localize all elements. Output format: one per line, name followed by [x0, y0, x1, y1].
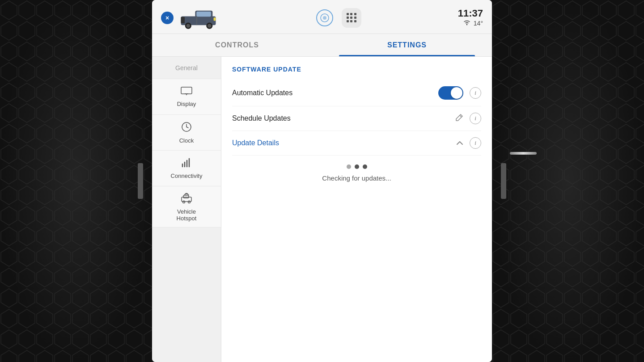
grid-dot: [354, 17, 356, 19]
schedule-updates-label: Schedule Updates: [232, 114, 455, 122]
header-left: ×: [161, 5, 218, 30]
svg-point-11: [208, 24, 212, 28]
loading-dot-3: [363, 164, 367, 169]
connectivity-icon: [181, 158, 192, 170]
grid-dot: [350, 17, 352, 19]
svg-rect-1: [0, 0, 152, 362]
temperature-display: 14°: [474, 20, 483, 27]
apps-grid: [347, 13, 356, 23]
update-details-row: Update Details i: [232, 131, 481, 156]
grid-dot: [347, 17, 349, 19]
grid-dot: [354, 20, 356, 22]
svg-rect-13: [181, 17, 185, 23]
wifi-icon: [463, 19, 471, 27]
alexa-button[interactable]: [315, 8, 335, 28]
svg-point-9: [186, 24, 190, 28]
grid-dot: [347, 20, 349, 22]
svg-rect-4: [492, 0, 644, 362]
svg-line-22: [186, 127, 188, 128]
tab-bar: CONTROLS SETTINGS: [152, 34, 492, 57]
automatic-updates-row: Automatic Updates i: [232, 80, 481, 106]
schedule-updates-row: Schedule Updates i: [232, 106, 481, 131]
grille-right: [492, 0, 644, 362]
settings-panel: SOFTWARE UPDATE Automatic Updates i Sche…: [221, 57, 492, 362]
sidebar-item-vehicle-hotspot[interactable]: Vehicle Hotspot: [152, 186, 221, 227]
update-details-label: Update Details: [232, 139, 456, 147]
grid-dot: [350, 13, 352, 15]
sidebar-item-connectivity[interactable]: Connectivity: [152, 151, 221, 186]
automatic-updates-controls: i: [438, 86, 481, 100]
svg-point-16: [323, 16, 326, 20]
apps-button[interactable]: [342, 8, 361, 28]
main-content: General Display: [152, 57, 492, 362]
grid-dot: [350, 20, 352, 22]
display-icon: [181, 87, 192, 98]
clock-icon: [181, 122, 192, 135]
close-icon: ×: [165, 14, 169, 21]
loading-dots: [232, 164, 481, 169]
sidebar: General Display: [152, 57, 221, 362]
automatic-updates-label: Automatic Updates: [232, 89, 438, 97]
sidebar-item-display[interactable]: Display: [152, 79, 221, 115]
display-label: Display: [177, 101, 196, 107]
checking-text: Checking for updates...: [232, 174, 481, 182]
screen: ×: [152, 0, 492, 362]
svg-rect-7: [196, 11, 211, 16]
header: ×: [152, 0, 492, 34]
tab-settings[interactable]: SETTINGS: [322, 34, 492, 56]
grille-left: [0, 0, 152, 362]
vehicle-hotspot-label: Vehicle Hotspot: [177, 208, 197, 222]
grid-dot: [347, 13, 349, 15]
section-header: SOFTWARE UPDATE: [232, 66, 481, 73]
update-details-info-button[interactable]: i: [470, 137, 481, 149]
loading-dot-1: [347, 164, 351, 169]
loading-dot-2: [355, 164, 359, 169]
schedule-updates-info-button[interactable]: i: [470, 113, 481, 124]
automatic-updates-toggle[interactable]: [438, 86, 463, 100]
svg-rect-12: [213, 17, 216, 21]
svg-rect-28: [183, 195, 189, 198]
close-button[interactable]: ×: [161, 12, 174, 24]
svg-point-29: [183, 201, 185, 203]
sidebar-item-general[interactable]: General: [152, 57, 221, 79]
vehicle-background: ×: [0, 0, 644, 362]
sidebar-item-clock[interactable]: Clock: [152, 115, 221, 151]
update-details-content: Checking for updates...: [232, 156, 481, 191]
alexa-ring: [316, 9, 333, 26]
svg-rect-17: [181, 87, 192, 94]
update-details-chevron-icon[interactable]: [456, 139, 463, 147]
header-right: 11:37 14°: [458, 8, 483, 27]
header-center: [315, 8, 361, 28]
vehicle-icon: [179, 7, 217, 29]
svg-line-31: [460, 115, 462, 117]
hotspot-icon: [180, 192, 193, 206]
tab-controls[interactable]: CONTROLS: [152, 34, 322, 56]
header-status: 14°: [458, 19, 483, 27]
connectivity-label: Connectivity: [171, 173, 203, 179]
schedule-updates-controls: i: [455, 113, 481, 124]
time-display: 11:37: [458, 8, 483, 18]
vehicle-icon-container: [178, 5, 218, 30]
automatic-updates-info-button[interactable]: i: [470, 87, 481, 99]
schedule-updates-edit-button[interactable]: [455, 114, 463, 123]
sidebar-general-label: General: [175, 64, 198, 72]
grid-dot: [354, 13, 356, 15]
clock-label: Clock: [179, 137, 194, 144]
update-details-controls: i: [456, 137, 481, 149]
svg-point-30: [188, 201, 191, 203]
toggle-knob: [451, 87, 462, 99]
